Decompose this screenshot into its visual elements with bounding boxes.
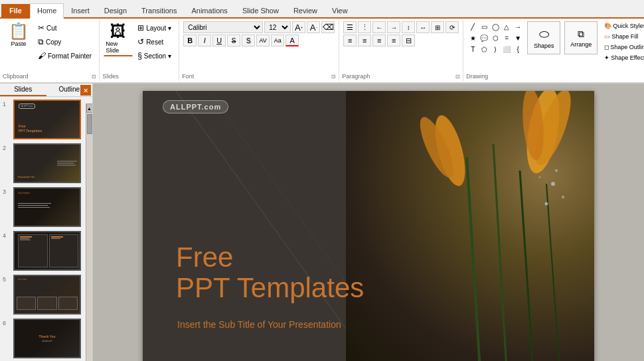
slide-img-3[interactable]: Topic Header [13, 187, 81, 227]
italic-button[interactable]: I [198, 35, 211, 46]
line-spacing-button[interactable]: ↕ [402, 21, 415, 33]
change-case-button[interactable]: Aa [271, 35, 284, 46]
decrease-indent-button[interactable]: ← [372, 21, 386, 33]
copy-button[interactable]: ⧉ Copy [35, 35, 95, 48]
slide-img-1[interactable]: FreePPT Templates ALLPPT.com [13, 100, 81, 139]
section-button[interactable]: § Section ▾ [134, 49, 175, 62]
shape-fill-button[interactable]: ▭ Shape Fill [602, 32, 644, 41]
quick-styles-button[interactable]: 🎨 Quick Styles [602, 21, 644, 31]
slide-thumb-2[interactable]: 2 Presentation Title [3, 143, 90, 183]
bullets-button[interactable]: ☰ [343, 21, 357, 33]
slide-img-6[interactable]: Thank You Questions? [13, 319, 81, 358]
layout-button[interactable]: ⊞ Layout ▾ [134, 21, 175, 35]
scroll-up-button[interactable]: ▲ [86, 104, 93, 113]
slide-subtitle[interactable]: Insert the Sub Title of Your Presentatio… [177, 319, 341, 330]
shape-brace[interactable]: { [513, 44, 523, 54]
paste-icon: 📋 [9, 23, 29, 39]
shape-line[interactable]: ╱ [467, 21, 478, 32]
font-expand-icon[interactable]: ⊡ [331, 74, 336, 80]
character-spacing-button[interactable]: AV [256, 35, 270, 46]
text-direction-button[interactable]: ↔ [416, 21, 430, 33]
slides-tab[interactable]: Slides [0, 84, 46, 96]
slide-thumb-5[interactable]: 5 Our Team [3, 275, 90, 315]
increase-indent-button[interactable]: → [387, 21, 400, 33]
justify-button[interactable]: ≡ [387, 35, 400, 46]
copy-icon: ⧉ [38, 37, 44, 46]
slide-thumb-4[interactable]: 4 [3, 231, 90, 271]
shape-star[interactable]: ★ [467, 33, 478, 43]
shape-effects-button[interactable]: ✦ Shape Effects [602, 53, 644, 62]
shape-callout[interactable]: 💬 [479, 33, 489, 43]
tab-slideshow[interactable]: Slide Show [235, 3, 286, 17]
bold-button[interactable]: B [183, 35, 197, 46]
tab-insert[interactable]: Insert [64, 3, 97, 17]
increase-font-button[interactable]: A+ [292, 21, 305, 33]
shape-chevron[interactable]: ⟩ [490, 44, 501, 54]
format-painter-button[interactable]: 🖌 Format Painter [35, 49, 95, 62]
new-slide-button[interactable]: 🖼 New Slide [104, 21, 133, 56]
tab-review[interactable]: Review [286, 3, 325, 17]
strikethrough-button[interactable]: S [227, 35, 240, 46]
shape-flowchart[interactable]: ⬡ [490, 33, 501, 43]
underline-button[interactable]: U [212, 35, 226, 46]
tab-transitions[interactable]: Transitions [134, 3, 184, 17]
align-right-button[interactable]: ≡ [372, 35, 386, 46]
slide-img-5[interactable]: Our Team [13, 275, 81, 315]
cut-button[interactable]: ✂ Cut [35, 21, 95, 35]
align-center-button[interactable]: ≡ [358, 35, 371, 46]
shape-textbox[interactable]: T [467, 44, 478, 54]
tab-home[interactable]: Home [30, 3, 64, 19]
decrease-font-button[interactable]: A- [307, 21, 320, 33]
clipboard-expand-icon[interactable]: ⊡ [92, 74, 96, 80]
shape-cube[interactable]: ⬜ [501, 44, 512, 54]
shape-pentagon[interactable]: ⬠ [479, 44, 489, 54]
tab-animations[interactable]: Animations [184, 3, 234, 17]
font-color-button[interactable]: A [285, 35, 299, 46]
layout-icon: ⊞ [137, 23, 144, 33]
slide-img-4[interactable] [13, 231, 81, 271]
slide-img-2[interactable]: Presentation Title [13, 143, 81, 183]
shapes-label: Shapes [534, 42, 554, 49]
scroll-thumb[interactable] [87, 114, 92, 134]
slide-thumb-6[interactable]: 6 Thank You Questions? [3, 319, 90, 358]
font-size-select[interactable]: 12 [264, 21, 291, 33]
columns-button[interactable]: ⊟ [402, 35, 415, 46]
tab-file[interactable]: File [1, 4, 30, 17]
slides-footer: Slides [100, 72, 179, 81]
slide-title[interactable]: Free PPT Templates [176, 242, 364, 303]
svg-line-4 [520, 171, 533, 361]
reset-label: Reset [146, 38, 163, 46]
align-text-button[interactable]: ⊞ [431, 21, 444, 33]
reset-button[interactable]: ↺ Reset [134, 35, 175, 48]
new-slide-label: New Slide [106, 40, 131, 54]
shape-triangle[interactable]: △ [501, 21, 512, 32]
numbering-button[interactable]: ⋮ [358, 21, 371, 33]
text-shadow-button[interactable]: S [242, 35, 255, 46]
tab-view[interactable]: View [325, 3, 355, 17]
shapes-button[interactable]: ⬭ Shapes [527, 21, 560, 54]
slide-1-thumbnail: FreePPT Templates ALLPPT.com [15, 101, 80, 138]
shape-more[interactable]: ▼ [513, 33, 523, 43]
clear-format-button[interactable]: ⌫ [321, 21, 335, 33]
shape-circle[interactable]: ◯ [490, 21, 501, 32]
shape-rect[interactable]: ▭ [479, 21, 489, 32]
slide-thumb-1[interactable]: 1 FreePPT Templates ALLPPT.com [3, 100, 90, 139]
ribbon: File Home Insert Design Transitions Anim… [0, 0, 644, 84]
arrange-button[interactable]: ⧉ Arrange [564, 21, 598, 54]
shape-equation[interactable]: = [501, 33, 512, 43]
panel-close-button[interactable]: ✕ [80, 85, 91, 96]
shape-outline-button[interactable]: ◻ Shape Outline [602, 42, 644, 52]
svg-point-15 [539, 177, 541, 179]
convert-smartart-button[interactable]: ⟳ [445, 21, 459, 33]
shape-arrow[interactable]: → [513, 21, 523, 32]
paste-button[interactable]: 📋 Paste [4, 21, 33, 49]
tab-design[interactable]: Design [97, 3, 134, 17]
slide-thumb-3[interactable]: 3 Topic Header [3, 187, 90, 227]
slide-panel-scrollbar[interactable]: ▲ ▼ [86, 104, 92, 361]
font-name-select[interactable]: Calibri [183, 21, 263, 33]
slide-title-line2: PPT Templates [176, 273, 364, 303]
paragraph-expand-icon[interactable]: ⊡ [455, 74, 460, 80]
slide-canvas[interactable]: ALLPPT.com Free PPT Templates Insert the… [143, 91, 594, 361]
shape-outline-label: Shape Outline [610, 44, 644, 50]
align-left-button[interactable]: ≡ [343, 35, 357, 46]
